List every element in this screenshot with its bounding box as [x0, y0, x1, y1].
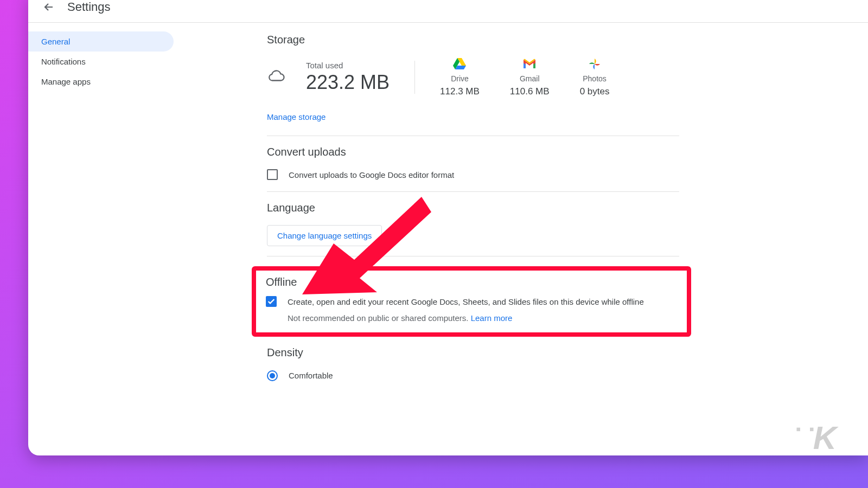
convert-checkbox-label: Convert uploads to Google Docs editor fo…	[289, 169, 454, 182]
check-icon	[267, 297, 276, 306]
watermark-dots: ▪ ▪	[796, 421, 816, 437]
offline-checkbox-label: Create, open and edit your recent Google…	[288, 296, 644, 309]
header: Settings	[28, 0, 868, 22]
section-storage: Storage Total used 223.2 MB	[267, 34, 679, 136]
sidebar-item-general[interactable]: General	[28, 31, 174, 52]
sidebar-item-label: Notifications	[41, 57, 86, 66]
sidebar-item-notifications[interactable]: Notifications	[28, 52, 174, 72]
watermark: ▪ ▪K	[793, 419, 835, 457]
section-convert: Convert uploads Convert uploads to Googl…	[267, 146, 679, 192]
offline-text-block: Create, open and edit your recent Google…	[288, 296, 644, 323]
app-size: 110.6 MB	[510, 86, 550, 97]
settings-window: Settings General Notifications Manage ap…	[28, 0, 868, 455]
section-title-offline: Offline	[266, 276, 677, 288]
convert-checkbox[interactable]	[267, 169, 278, 180]
convert-check-row: Convert uploads to Google Docs editor fo…	[267, 169, 679, 182]
section-language: Language Change language settings	[267, 202, 679, 256]
app-drive: Drive 112.3 MB	[440, 57, 480, 97]
offline-checkbox[interactable]	[266, 296, 277, 307]
arrow-left-icon	[42, 1, 55, 14]
offline-check-row: Create, open and edit your recent Google…	[266, 296, 677, 323]
cloud-icon	[267, 67, 285, 87]
sidebar: General Notifications Manage apps	[28, 23, 180, 413]
offline-highlight-box: Offline Create, open and edit your recen…	[252, 266, 691, 337]
app-name: Photos	[580, 74, 610, 83]
app-stats: Drive 112.3 MB Gmail 110.6 MB	[440, 57, 609, 97]
total-used-label: Total used	[306, 61, 390, 70]
section-title-convert: Convert uploads	[267, 146, 679, 158]
section-title-language: Language	[267, 202, 679, 214]
manage-storage-link[interactable]: Manage storage	[267, 108, 326, 126]
body: General Notifications Manage apps Storag…	[28, 23, 868, 413]
sidebar-item-label: Manage apps	[41, 77, 91, 86]
total-used-block: Total used 223.2 MB	[306, 61, 415, 94]
section-title-storage: Storage	[267, 34, 679, 46]
content: Storage Total used 223.2 MB	[180, 23, 868, 413]
app-name: Gmail	[510, 74, 550, 83]
drive-icon	[440, 57, 480, 71]
sidebar-item-manage-apps[interactable]: Manage apps	[28, 72, 174, 92]
app-photos: Photos 0 bytes	[580, 57, 610, 97]
change-language-button[interactable]: Change language settings	[267, 225, 382, 246]
app-name: Drive	[440, 74, 480, 83]
learn-more-link[interactable]: Learn more	[471, 313, 513, 323]
photos-icon	[580, 57, 610, 71]
app-size: 112.3 MB	[440, 86, 480, 97]
app-gmail: Gmail 110.6 MB	[510, 57, 550, 97]
section-title-density: Density	[267, 346, 679, 359]
app-size: 0 bytes	[580, 86, 610, 97]
gmail-icon	[510, 57, 550, 71]
radio-comfortable[interactable]	[267, 370, 278, 381]
offline-subtext: Not recommended on public or shared comp…	[288, 313, 644, 323]
section-density: Density Comfortable	[267, 346, 679, 392]
back-button[interactable]	[39, 0, 59, 17]
offline-sub-prefix: Not recommended on public or shared comp…	[288, 313, 471, 323]
radio-label: Comfortable	[289, 370, 333, 382]
page-title: Settings	[67, 0, 111, 14]
density-option-comfortable[interactable]: Comfortable	[267, 370, 679, 382]
storage-row: Total used 223.2 MB Drive 112.3 MB	[267, 57, 679, 97]
sidebar-item-label: General	[41, 37, 70, 46]
total-used-value: 223.2 MB	[306, 71, 390, 94]
